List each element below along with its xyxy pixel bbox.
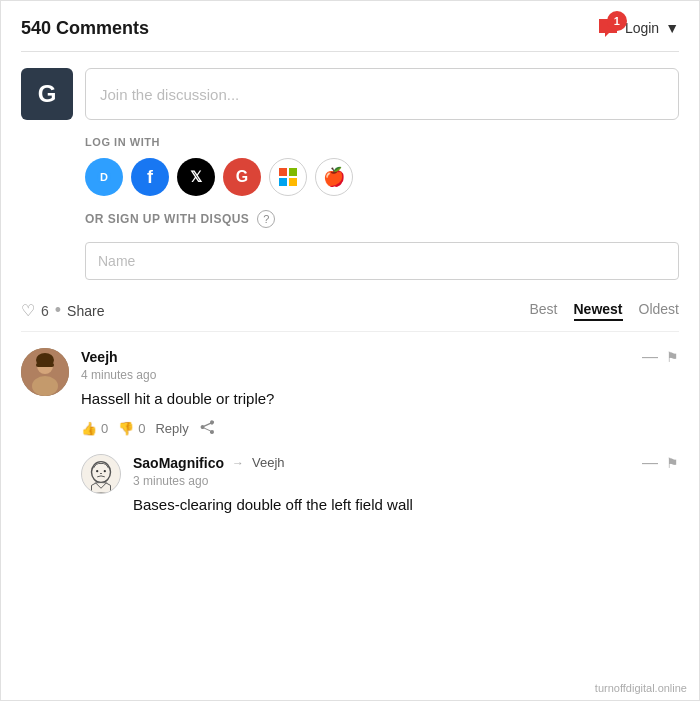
svg-point-10 <box>104 470 106 472</box>
facebook-icon: f <box>147 167 153 188</box>
svg-point-4 <box>32 376 58 396</box>
sign-up-label: OR SIGN UP WITH DISQUS <box>85 212 249 226</box>
veejh-flag-button[interactable]: ⚑ <box>666 349 679 365</box>
facebook-login-button[interactable]: f <box>131 158 169 196</box>
login-with-section: LOG IN WITH D f 𝕏 G <box>21 136 679 280</box>
veejh-comment-header: Veejh — ⚑ <box>81 348 679 366</box>
thumbs-down-icon: 👎 <box>118 421 134 436</box>
microsoft-icon <box>279 168 297 186</box>
sort-oldest[interactable]: Oldest <box>639 301 679 321</box>
like-area: ♡ 6 <box>21 301 49 320</box>
nested-comment-sao: SaoMagnifico → Veejh — ⚑ 3 minutes ago B… <box>81 454 679 525</box>
veejh-comment-menu: — ⚑ <box>642 348 679 366</box>
sort-newest[interactable]: Newest <box>574 301 623 321</box>
veejh-upvote-button[interactable]: 👍 0 <box>81 421 108 436</box>
login-arrow: ▼ <box>665 20 679 36</box>
disqus-login-button[interactable]: D <box>85 158 123 196</box>
veejh-share-button[interactable] <box>199 419 215 438</box>
veejh-upvote-count: 0 <box>101 421 108 436</box>
heart-icon[interactable]: ♡ <box>21 301 35 320</box>
sao-comment-menu: — ⚑ <box>642 454 679 472</box>
sign-up-row: OR SIGN UP WITH DISQUS ? <box>85 210 679 228</box>
chat-notification-icon: 1 <box>597 17 619 39</box>
likes-count: 6 <box>41 303 49 319</box>
svg-point-9 <box>96 470 98 472</box>
apple-icon: 🍎 <box>323 166 345 188</box>
sort-bar: ♡ 6 • Share Best Newest Oldest <box>21 300 679 332</box>
dot-separator: • <box>55 300 61 321</box>
watermark: turnoffdigital.online <box>595 682 687 694</box>
comment-veejh: Veejh — ⚑ 4 minutes ago Hassell hit a do… <box>21 348 679 438</box>
sao-reply-to: Veejh <box>252 455 285 470</box>
user-avatar: G <box>21 68 73 120</box>
login-label: Login <box>625 20 659 36</box>
share-link[interactable]: Share <box>67 303 104 319</box>
veejh-downvote-count: 0 <box>138 421 145 436</box>
sao-avatar <box>81 454 121 494</box>
microsoft-login-button[interactable] <box>269 158 307 196</box>
veejh-comment-text: Hassell hit a double or triple? <box>81 388 679 411</box>
notification-badge: 1 <box>607 11 627 31</box>
sao-comment-text: Bases-clearing double off the left field… <box>133 494 679 517</box>
comments-section: Veejh — ⚑ 4 minutes ago Hassell hit a do… <box>21 348 679 524</box>
compose-input[interactable] <box>85 68 679 120</box>
svg-text:D: D <box>100 171 108 183</box>
comments-header: 540 Comments 1 Login ▼ <box>21 17 679 52</box>
google-login-button[interactable]: G <box>223 158 261 196</box>
thumbs-up-icon: 👍 <box>81 421 97 436</box>
sao-comment-header: SaoMagnifico → Veejh — ⚑ <box>133 454 679 472</box>
apple-login-button[interactable]: 🍎 <box>315 158 353 196</box>
veejh-minimize-button[interactable]: — <box>642 348 658 366</box>
svg-rect-6 <box>36 363 54 367</box>
login-with-label: LOG IN WITH <box>85 136 679 148</box>
sort-options: Best Newest Oldest <box>529 301 679 321</box>
sao-flag-button[interactable]: ⚑ <box>666 455 679 471</box>
sao-minimize-button[interactable]: — <box>642 454 658 472</box>
comments-container: 540 Comments 1 Login ▼ G LOG IN WITH D <box>0 0 700 701</box>
sort-best[interactable]: Best <box>529 301 557 321</box>
compose-row: G <box>21 68 679 120</box>
reply-arrow-icon: → <box>232 456 244 470</box>
name-input[interactable] <box>85 242 679 280</box>
sao-comment-time: 3 minutes ago <box>133 474 679 488</box>
x-login-button[interactable]: 𝕏 <box>177 158 215 196</box>
x-icon: 𝕏 <box>190 168 202 186</box>
veejh-author: Veejh <box>81 349 118 365</box>
veejh-comment-actions: 👍 0 👎 0 Reply <box>81 419 679 438</box>
help-button[interactable]: ? <box>257 210 275 228</box>
sao-author: SaoMagnifico <box>133 455 224 471</box>
google-icon: G <box>236 168 248 186</box>
comments-count: 540 Comments <box>21 18 149 39</box>
veejh-downvote-button[interactable]: 👎 0 <box>118 421 145 436</box>
comment-sao: SaoMagnifico → Veejh — ⚑ 3 minutes ago B… <box>81 454 679 525</box>
social-icons: D f 𝕏 G 🍎 <box>85 158 679 196</box>
veejh-reply-button[interactable]: Reply <box>155 421 188 436</box>
veejh-comment-body: Veejh — ⚑ 4 minutes ago Hassell hit a do… <box>81 348 679 438</box>
login-button[interactable]: 1 Login ▼ <box>597 17 679 39</box>
sao-comment-body: SaoMagnifico → Veejh — ⚑ 3 minutes ago B… <box>133 454 679 525</box>
veejh-comment-time: 4 minutes ago <box>81 368 679 382</box>
veejh-avatar <box>21 348 69 396</box>
